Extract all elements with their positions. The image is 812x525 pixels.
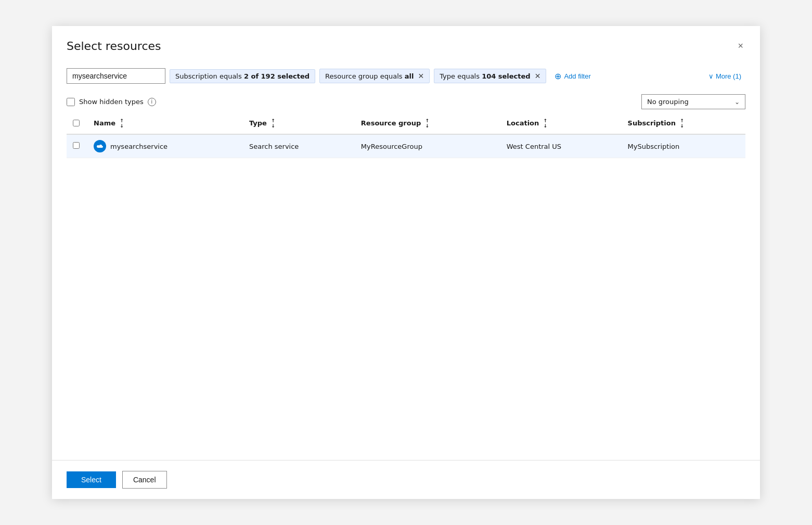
location-sort-icon[interactable]: ↑↓ <box>544 119 548 129</box>
add-filter-label: Add filter <box>564 72 590 80</box>
header-resource-group[interactable]: Resource group ↑↓ <box>355 113 500 134</box>
type-filter-chip[interactable]: Type equals 104 selected ✕ <box>434 69 546 83</box>
row-location-cell: West Central US <box>500 134 622 158</box>
row-resource-group-cell: MyResourceGroup <box>355 134 500 158</box>
close-button[interactable]: × <box>736 39 745 54</box>
row-checkbox-cell[interactable] <box>67 134 87 158</box>
row-name: mysearchservice <box>110 143 167 150</box>
row-name-content: mysearchservice <box>94 140 237 152</box>
add-filter-button[interactable]: ⊕ Add filter <box>550 69 595 84</box>
row-checkbox[interactable] <box>73 142 80 149</box>
grouping-chevron-icon: ⌄ <box>734 98 740 106</box>
more-button[interactable]: ∨ More (1) <box>704 70 745 83</box>
row-subscription-cell: MySubscription <box>622 134 745 158</box>
select-button[interactable]: Select <box>67 471 116 488</box>
name-sort-icon[interactable]: ↑↓ <box>120 119 124 129</box>
header-location[interactable]: Location ↑↓ <box>500 113 622 134</box>
subscription-filter-text: Subscription equals 2 of 192 selected <box>175 72 310 80</box>
add-filter-icon: ⊕ <box>555 71 561 81</box>
grouping-label: No grouping <box>647 98 689 106</box>
table-container: Name ↑↓ Type ↑↓ Resource group <box>52 113 760 460</box>
dialog-footer: Select Cancel <box>52 460 760 499</box>
cancel-button[interactable]: Cancel <box>122 471 167 489</box>
resources-table: Name ↑↓ Type ↑↓ Resource group <box>67 113 745 158</box>
grouping-dropdown[interactable]: No grouping ⌄ <box>641 94 745 109</box>
subscription-filter-chip[interactable]: Subscription equals 2 of 192 selected <box>170 69 315 83</box>
type-sort-icon[interactable]: ↑↓ <box>271 119 275 129</box>
select-resources-dialog: Select resources × Subscription equals 2… <box>52 26 760 499</box>
table-header: Name ↑↓ Type ↑↓ Resource group <box>67 113 745 134</box>
resource-group-filter-chip[interactable]: Resource group equals all ✕ <box>319 69 430 83</box>
header-name[interactable]: Name ↑↓ <box>87 113 243 134</box>
select-all-checkbox[interactable] <box>73 120 80 126</box>
show-hidden-types-text: Show hidden types <box>79 98 144 106</box>
row-type-cell: Search service <box>243 134 355 158</box>
table-body: mysearchservice Search service MyResourc… <box>67 134 745 158</box>
subscription-filter-value: 2 of 192 selected <box>244 72 310 80</box>
show-hidden-types-checkbox[interactable] <box>67 98 75 106</box>
resource-group-filter-close[interactable]: ✕ <box>418 72 424 80</box>
options-row: Show hidden types i No grouping ⌄ <box>52 90 760 113</box>
header-subscription[interactable]: Subscription ↑↓ <box>622 113 745 134</box>
type-filter-value: 104 selected <box>482 72 531 80</box>
show-hidden-types-label[interactable]: Show hidden types i <box>67 98 156 106</box>
subscription-sort-icon[interactable]: ↑↓ <box>680 119 684 129</box>
info-icon[interactable]: i <box>148 98 156 106</box>
resource-group-filter-value: all <box>405 72 414 80</box>
dialog-title: Select resources <box>67 40 161 53</box>
header-select-all[interactable] <box>67 113 87 134</box>
header-type[interactable]: Type ↑↓ <box>243 113 355 134</box>
resource-group-filter-text: Resource group equals all <box>325 72 414 80</box>
row-name-cell: mysearchservice <box>87 134 243 158</box>
search-input[interactable] <box>67 68 165 84</box>
resource-group-sort-icon[interactable]: ↑↓ <box>426 119 430 129</box>
table-row[interactable]: mysearchservice Search service MyResourc… <box>67 134 745 158</box>
dialog-header: Select resources × <box>52 26 760 62</box>
type-filter-text: Type equals 104 selected <box>440 72 531 80</box>
more-label: More (1) <box>716 72 741 80</box>
row-resource-icon <box>94 140 106 152</box>
toolbar: Subscription equals 2 of 192 selected Re… <box>52 62 760 90</box>
type-filter-close[interactable]: ✕ <box>535 72 541 80</box>
more-chevron-icon: ∨ <box>708 72 714 80</box>
